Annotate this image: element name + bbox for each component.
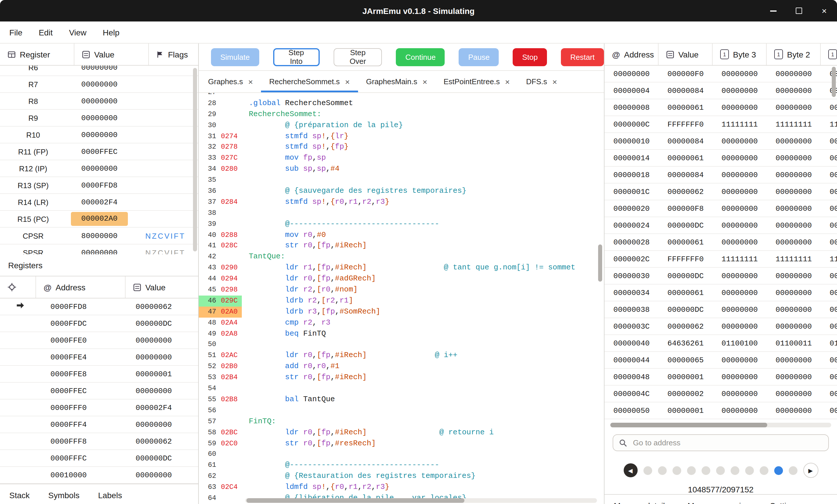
- code-line[interactable]: 56: [199, 405, 604, 416]
- code-line[interactable]: 30 @ {préparation de la pile}: [199, 120, 604, 131]
- next-page-button[interactable]: ▶: [803, 463, 818, 478]
- menu-item-help[interactable]: Help: [103, 27, 120, 37]
- memory-page-dot[interactable]: [643, 466, 652, 475]
- code-horizontal-scrollbar-thumb[interactable]: [247, 498, 464, 503]
- stack-row[interactable]: 0000FFF400000000: [0, 416, 198, 433]
- code-horizontal-scrollbar[interactable]: [245, 498, 597, 503]
- code-line[interactable]: 29RechercheSommet:: [199, 109, 604, 120]
- memory-page-dot[interactable]: [658, 466, 666, 475]
- memory-row[interactable]: 0000000800000061000000000000000000000000: [605, 99, 837, 116]
- restart-button[interactable]: Restart: [561, 48, 604, 66]
- code-line[interactable]: 4902A8 beq FinTQ: [199, 328, 604, 339]
- stack-row[interactable]: 0000FFFC000000DC: [0, 450, 198, 467]
- stack-row[interactable]: 0000FFF800000062: [0, 433, 198, 450]
- stack-row[interactable]: 0000FFEC00000000: [0, 382, 198, 399]
- memory-row[interactable]: 0000002CFFFFFFF0111111111111111111111111: [605, 251, 837, 268]
- memory-page-dot[interactable]: [774, 466, 783, 475]
- code-line[interactable]: 27: [199, 93, 604, 98]
- register-row[interactable]: R13 (SP)0000FFD8: [0, 177, 198, 194]
- code-line[interactable]: 57FinTQ:: [199, 416, 604, 427]
- minimize-button[interactable]: [768, 6, 778, 15]
- code-line[interactable]: 35: [199, 175, 604, 186]
- memory-page-dot[interactable]: [701, 466, 710, 475]
- memory-row[interactable]: 00000000000000F0000000000000000000000000: [605, 66, 837, 82]
- tab-memory-details[interactable]: Memory details: [605, 495, 678, 504]
- memory-row[interactable]: 0000000CFFFFFFF0111111111111111111111111: [605, 116, 837, 133]
- memory-row[interactable]: 0000004800000001000000000000000000000000: [605, 369, 837, 386]
- memory-page-dot[interactable]: [788, 466, 797, 475]
- register-row[interactable]: R900000000: [0, 110, 198, 127]
- register-row[interactable]: R15 (PC)000002A0: [0, 211, 198, 228]
- memory-row[interactable]: 00000038000000DC000000000000000000000000: [605, 301, 837, 318]
- memory-row[interactable]: 0000003400000061000000000000000000000000: [605, 284, 837, 301]
- stack-row[interactable]: 0001000000000000: [0, 467, 198, 484]
- register-row[interactable]: CPSR80000000NZCVIFT: [0, 228, 198, 244]
- memory-row[interactable]: 00000020000000F8000000000000000000000000: [605, 200, 837, 217]
- code-line[interactable]: 430290 ldr r1,[fp,#iRech] @ tant que g.n…: [199, 263, 604, 274]
- code-line[interactable]: 38: [199, 208, 604, 219]
- step-into-button[interactable]: Step Into: [273, 48, 319, 66]
- go-to-address-input[interactable]: [632, 438, 822, 448]
- code-line[interactable]: 5102AC ldr r0,[fp,#iRech] @ i++: [199, 350, 604, 361]
- code-line[interactable]: 400288 mov r0,#0: [199, 230, 604, 241]
- memory-vertical-scrollbar[interactable]: [832, 67, 836, 97]
- simulate-button[interactable]: Simulate: [211, 48, 259, 66]
- register-row[interactable]: R800000000: [0, 93, 198, 110]
- tab-close-icon[interactable]: ×: [423, 77, 427, 86]
- memory-row[interactable]: 0000001800000084000000000000000000000000: [605, 167, 837, 184]
- stack-row[interactable]: 0000FFE800000001: [0, 366, 198, 382]
- tab-symbols[interactable]: Symbols: [39, 484, 89, 504]
- register-row[interactable]: R700000000: [0, 76, 198, 93]
- code-vertical-scrollbar[interactable]: [598, 244, 602, 282]
- tab-stack[interactable]: Stack: [0, 484, 39, 504]
- file-tab-estpointentree-s[interactable]: EstPointEntree.s×: [435, 71, 518, 92]
- code-line[interactable]: 5502B8 bal TantQue: [199, 394, 604, 405]
- register-row[interactable]: R12 (IP)00000000: [0, 160, 198, 177]
- menu-item-edit[interactable]: Edit: [39, 27, 53, 37]
- code-line[interactable]: 5302B4 str r0,[fp,#iRech]: [199, 372, 604, 383]
- memory-page-dot[interactable]: [687, 466, 695, 475]
- pause-button[interactable]: Pause: [459, 48, 499, 66]
- register-row[interactable]: R600000000: [0, 66, 198, 76]
- memory-row[interactable]: 0000004C00000002000000000000000000000000: [605, 386, 837, 403]
- file-tab-graphesmain-s[interactable]: GraphesMain.s×: [358, 71, 435, 92]
- code-editor[interactable]: 2728.global RechercheSommet29RechercheSo…: [199, 93, 604, 504]
- menu-item-view[interactable]: View: [69, 27, 86, 37]
- code-line[interactable]: 62 @ {Restauration des registres tempora…: [199, 471, 604, 482]
- code-line[interactable]: 450298 ldr r2,[r0,#nom]: [199, 284, 604, 296]
- code-line[interactable]: 5902C0 str r0,[fp,#resRech]: [199, 438, 604, 449]
- stack-row[interactable]: 0000FFF0000002F4: [0, 399, 198, 416]
- register-row[interactable]: SPSR00000000NZCVIFT: [0, 244, 198, 254]
- tab-memory-overview[interactable]: Memory overview: [678, 495, 761, 504]
- code-line[interactable]: 61 @---------------------------------: [199, 460, 604, 471]
- maximize-button[interactable]: [794, 6, 803, 15]
- memory-horizontal-scrollbar[interactable]: [610, 423, 831, 427]
- menu-item-file[interactable]: File: [9, 27, 22, 37]
- code-line[interactable]: 60: [199, 449, 604, 460]
- code-line[interactable]: 46029C ldrb r2,[r2,r1]: [199, 296, 604, 306]
- file-tab-dfs-s[interactable]: DFS.s×: [518, 71, 565, 92]
- code-line[interactable]: 370284 stmfd sp!,{r0,r1,r2,r3}: [199, 197, 604, 208]
- tab-settings[interactable]: Settings: [761, 495, 808, 504]
- tab-close-icon[interactable]: ×: [248, 77, 253, 86]
- tab-labels[interactable]: Labels: [89, 484, 131, 504]
- stack-row[interactable]: 0000FFD800000062: [0, 298, 198, 315]
- tab-close-icon[interactable]: ×: [552, 77, 557, 86]
- stack-row[interactable]: 0000FFE000000000: [0, 332, 198, 349]
- stack-row[interactable]: 0000FFE400000000: [0, 349, 198, 366]
- code-line[interactable]: 340280 sub sp,sp,#4: [199, 164, 604, 175]
- code-line[interactable]: 5802BC ldr r0,[fp,#iRech] @ retourne i: [199, 427, 604, 438]
- memory-row[interactable]: 0000001400000061000000000000000000000000: [605, 150, 837, 167]
- code-line[interactable]: 39 @---------------------------------: [199, 219, 604, 230]
- register-row[interactable]: R1000000000: [0, 127, 198, 144]
- code-line[interactable]: 41028C str r0,[fp,#iRech]: [199, 241, 604, 252]
- code-line[interactable]: 6302C4 ldmfd sp!,{r0,r1,r2,r3}: [199, 482, 604, 493]
- memory-row[interactable]: 0000002800000061000000000000000000000000: [605, 234, 837, 251]
- code-line[interactable]: 50: [199, 339, 604, 350]
- memory-page-dot[interactable]: [730, 466, 739, 475]
- code-line[interactable]: 4802A4 cmp r2, r3: [199, 317, 604, 328]
- code-line[interactable]: 36 @ {sauvegarde des registres temporair…: [199, 186, 604, 197]
- memory-row[interactable]: 0000005000000001000000000000000000000000: [605, 403, 837, 419]
- code-line[interactable]: 5202B0 add r0,r0,#1: [199, 361, 604, 372]
- code-line[interactable]: 4702A0 ldrb r3,[fp,#SomRech]: [199, 306, 604, 318]
